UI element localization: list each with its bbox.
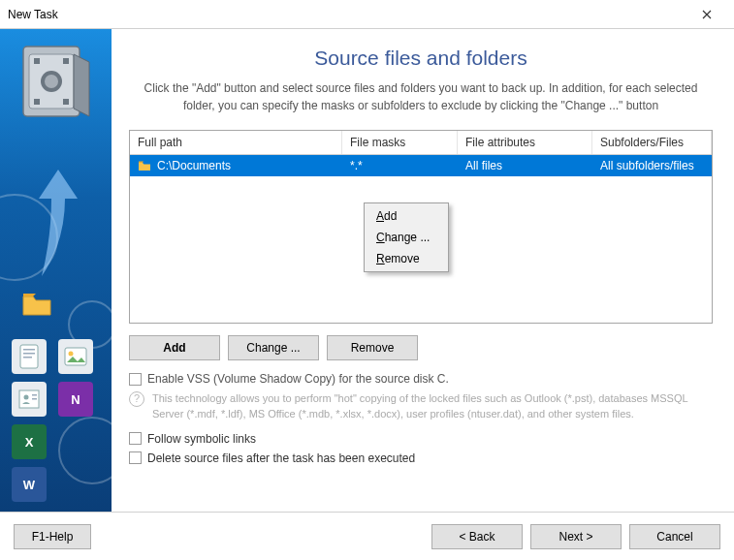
arrow-up-icon bbox=[34, 165, 82, 281]
folder-icon bbox=[138, 160, 151, 171]
context-menu-remove[interactable]: Remove bbox=[367, 248, 446, 269]
delete-source-label: Delete source files after the task has b… bbox=[147, 451, 415, 465]
col-header-path[interactable]: Full path bbox=[130, 131, 342, 154]
contacts-icon bbox=[17, 389, 41, 410]
sidebar-app-icons: N X W bbox=[12, 339, 97, 502]
svg-rect-10 bbox=[23, 353, 35, 355]
follow-symlinks-checkbox[interactable] bbox=[129, 432, 142, 445]
svg-text:X: X bbox=[25, 435, 34, 450]
back-button[interactable]: < Back bbox=[431, 524, 523, 549]
table-row[interactable]: C:\Documents *.* All files All subfolder… bbox=[130, 155, 712, 176]
page-title: Source files and folders bbox=[129, 47, 713, 70]
next-button[interactable]: Next > bbox=[530, 524, 622, 549]
close-icon bbox=[702, 10, 712, 19]
svg-rect-12 bbox=[65, 348, 86, 365]
svg-rect-17 bbox=[32, 398, 37, 400]
context-menu-add[interactable]: Add bbox=[367, 205, 446, 227]
help-icon: ? bbox=[129, 391, 144, 407]
change-button[interactable]: Change ... bbox=[228, 335, 319, 360]
svg-text:N: N bbox=[71, 392, 80, 407]
cancel-button[interactable]: Cancel bbox=[629, 524, 720, 549]
col-header-sub[interactable]: Subfolders/Files bbox=[592, 131, 712, 154]
wizard-footer: F1-Help < Back Next > Cancel bbox=[0, 512, 734, 560]
cell-path: C:\Documents bbox=[157, 159, 231, 172]
cell-masks: *.* bbox=[350, 159, 363, 172]
main-panel: Source files and folders Click the "Add"… bbox=[112, 29, 734, 512]
follow-symlinks-label: Follow symbolic links bbox=[147, 432, 256, 446]
close-button[interactable] bbox=[687, 1, 726, 28]
svg-point-15 bbox=[24, 395, 29, 400]
help-button[interactable]: F1-Help bbox=[14, 524, 91, 549]
window-title: New Task bbox=[8, 8, 687, 21]
vss-help-text: This technology allows you to perform "h… bbox=[152, 391, 713, 422]
folder-icon bbox=[21, 291, 52, 318]
page-description: Click the "Add" button and select source… bbox=[139, 79, 703, 114]
svg-text:W: W bbox=[23, 478, 36, 492]
titlebar: New Task bbox=[0, 0, 734, 29]
svg-rect-9 bbox=[23, 349, 35, 351]
wizard-sidebar: N X W bbox=[0, 29, 112, 512]
document-icon bbox=[18, 344, 40, 369]
safe-icon bbox=[19, 39, 95, 126]
onenote-icon: N bbox=[66, 389, 85, 409]
svg-rect-16 bbox=[32, 394, 37, 396]
svg-rect-7 bbox=[63, 99, 69, 105]
svg-rect-6 bbox=[34, 99, 40, 105]
svg-rect-5 bbox=[63, 58, 69, 64]
excel-icon: X bbox=[19, 432, 39, 451]
image-icon bbox=[64, 347, 87, 366]
word-icon: W bbox=[19, 475, 39, 494]
svg-point-3 bbox=[45, 75, 58, 88]
context-menu: Add Change ... Remove bbox=[364, 202, 449, 272]
grid-header: Full path File masks File attributes Sub… bbox=[130, 131, 712, 155]
remove-button[interactable]: Remove bbox=[327, 335, 418, 360]
vss-checkbox[interactable] bbox=[129, 373, 142, 386]
svg-rect-11 bbox=[23, 357, 32, 358]
add-button[interactable]: Add bbox=[129, 335, 220, 360]
svg-rect-4 bbox=[34, 58, 40, 64]
svg-point-13 bbox=[69, 352, 74, 357]
cell-sub: All subfolders/files bbox=[600, 159, 694, 172]
col-header-masks[interactable]: File masks bbox=[342, 131, 458, 154]
col-header-attr[interactable]: File attributes bbox=[458, 131, 592, 154]
vss-label: Enable VSS (Volume Shadow Copy) for the … bbox=[147, 372, 449, 386]
delete-source-checkbox[interactable] bbox=[129, 451, 142, 464]
cell-attr: All files bbox=[465, 159, 502, 172]
context-menu-change[interactable]: Change ... bbox=[367, 227, 446, 248]
